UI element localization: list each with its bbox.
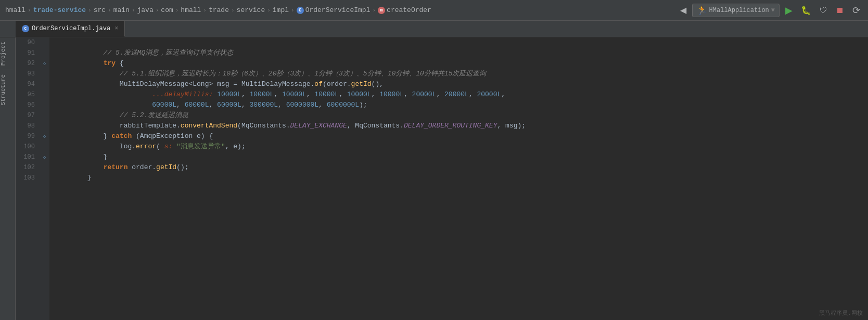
breadcrumb-src[interactable]: src	[94, 6, 106, 14]
marker-96	[39, 100, 49, 110]
code-99-catch: catch	[111, 131, 132, 142]
code-98-mq2: MqConstants	[355, 121, 400, 131]
code-98-comma2: , msg);	[497, 121, 526, 131]
breadcrumb-impl[interactable]: impl	[273, 6, 289, 14]
coverage-button[interactable]: 🛡	[817, 4, 830, 16]
code-96-n4: 300000L	[250, 100, 278, 110]
code-98-routing-key: DELAY_ORDER_ROUTING_KEY	[404, 121, 497, 131]
line-num-98: 98	[16, 121, 35, 131]
breadcrumb-trade-service[interactable]: trade-service	[33, 6, 86, 14]
code-102-return: return	[104, 162, 128, 173]
line-num-96: 96	[16, 100, 35, 110]
code-98-dot3: .	[400, 121, 404, 131]
tab-file-icon: C	[22, 25, 29, 32]
bookmark-101: ⬦	[43, 153, 46, 161]
code-102-paren: ();	[176, 162, 188, 173]
code-94-dot2: .	[347, 79, 351, 89]
code-102-getid: getId	[156, 162, 176, 173]
code-95-indent	[55, 89, 152, 100]
code-line-99: } catch ( AmqpException e) {	[55, 131, 863, 142]
code-99-indent: }	[55, 131, 111, 142]
run-button[interactable]: ▶	[783, 3, 795, 18]
code-94-indent	[55, 79, 120, 89]
sep10: ›	[291, 7, 295, 14]
sep6: ›	[175, 7, 179, 14]
run-config-dropdown-icon: ▼	[771, 7, 775, 14]
code-line-102: return order . getId ();	[55, 162, 863, 173]
breadcrumb-hmall[interactable]: hmall	[5, 6, 25, 14]
code-100-sp	[172, 142, 176, 152]
code-100-s: s:	[164, 142, 173, 152]
code-102-order: order	[132, 162, 152, 173]
code-96-n5: 6000000L	[286, 100, 318, 110]
code-line-90	[55, 37, 863, 48]
code-101-brace: }	[55, 152, 107, 162]
code-100-indent	[55, 142, 120, 152]
code-92-indent	[55, 58, 104, 69]
code-97-comment: // 5.2.发送延迟消息	[55, 110, 188, 121]
code-98-delay-exchange: DELAY_EXCHANGE	[290, 121, 347, 131]
line-num-102: 102	[16, 162, 35, 173]
marker-98	[39, 121, 49, 131]
code-line-101: }	[55, 152, 863, 162]
line-num-97: 97	[16, 110, 35, 121]
code-area[interactable]: // 5.发送MQ消息，延迟查询订单支付状态 try { // 5.1.组织消息…	[49, 37, 868, 320]
code-98-paren: (	[237, 121, 241, 131]
code-95-n3: 10000L	[282, 89, 307, 100]
code-line-98: rabbitTemplate . convertAndSend ( MqCons…	[55, 121, 863, 131]
code-95-sp	[213, 89, 217, 100]
breadcrumb-trade[interactable]: trade	[209, 6, 229, 14]
marker-93	[39, 69, 49, 79]
code-103-brace: }	[55, 173, 91, 183]
structure-panel-label[interactable]: Structure	[0, 70, 15, 109]
breadcrumb-com[interactable]: com	[161, 6, 173, 14]
sep4: ›	[132, 7, 135, 14]
line-num-101: 101	[16, 152, 35, 162]
code-92-try: try	[104, 58, 116, 69]
tab-orderserviceimpl[interactable]: C OrderServiceImpl.java ×	[16, 21, 125, 37]
debug-button[interactable]: 🐛	[798, 4, 814, 17]
breadcrumb-service[interactable]: service	[237, 6, 265, 14]
code-line-103: }	[55, 173, 863, 183]
back-button[interactable]: ◀	[678, 4, 689, 17]
code-98-dot2: .	[286, 121, 290, 131]
breadcrumb-main[interactable]: main	[113, 6, 130, 14]
marker-97	[39, 110, 49, 121]
breadcrumb-createorder[interactable]: createOrder	[387, 6, 431, 14]
line-num-103: 103	[16, 173, 35, 183]
code-95-n8: 20000L	[444, 89, 469, 100]
sep7: ›	[203, 7, 207, 14]
run-config-selector[interactable]: 🏃 HMallApplication ▼	[692, 4, 780, 17]
code-98-convert: convertAndSend	[181, 121, 237, 131]
breadcrumb-java[interactable]: java	[137, 6, 154, 14]
breadcrumb-hmall2[interactable]: hmall	[181, 6, 201, 14]
code-92-brace: {	[116, 58, 124, 69]
code-94-class1: MultiDelayMessage	[120, 79, 189, 89]
code-100-rest: , e);	[225, 142, 246, 152]
marker-99: ⬦	[39, 131, 49, 142]
code-99-exc: AmqpException	[140, 131, 193, 142]
code-102-sp	[127, 162, 132, 173]
run-config-icon: 🏃	[697, 5, 707, 16]
code-99-e: e) {	[193, 131, 213, 142]
code-95-n7: 20000L	[412, 89, 437, 100]
more-button[interactable]: ⟳	[850, 3, 863, 18]
stop-button[interactable]: ⏹	[833, 4, 847, 17]
code-line-95: ...delayMillis: 10000L, 10000L, 10000L, …	[55, 89, 863, 100]
sep1: ›	[28, 7, 31, 14]
code-line-96: 60000L, 60000L, 60000L, 300000L, 6000000…	[55, 100, 863, 110]
code-95-param: ...delayMillis:	[152, 89, 213, 100]
project-panel-label[interactable]: Project	[0, 37, 15, 70]
code-98-comma: ,	[347, 121, 355, 131]
code-102-dot: .	[152, 162, 156, 173]
marker-90	[39, 37, 49, 48]
marker-101: ⬦	[39, 152, 49, 162]
breadcrumb-orderserviceimpl[interactable]: OrderServiceImpl	[305, 6, 371, 14]
line-num-91: 91	[16, 48, 35, 58]
tab-close-button[interactable]: ×	[114, 25, 118, 32]
code-94-parens2: (),	[372, 79, 384, 89]
code-94-dot: .	[311, 79, 315, 89]
titlebar: hmall › trade-service › src › main › jav…	[0, 0, 868, 21]
line-num-92: 92	[16, 58, 35, 69]
sep3: ›	[108, 7, 111, 14]
